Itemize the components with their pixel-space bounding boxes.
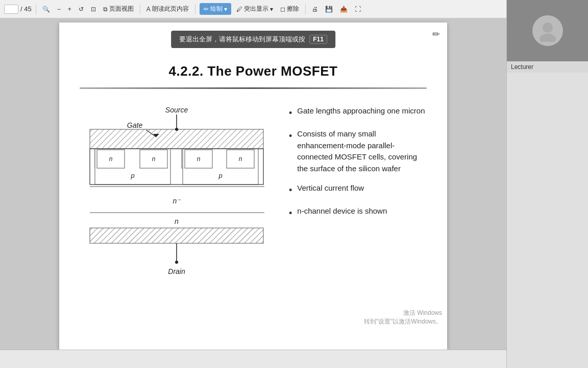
svg-rect-4 <box>90 129 263 149</box>
svg-text:n: n <box>197 155 201 163</box>
save-button[interactable]: 💾 <box>323 5 335 14</box>
bullet-text-4: n-channel device is shown <box>297 205 387 217</box>
draw-tool-button[interactable]: ✏ 绘制 ▾ <box>200 3 231 15</box>
rotate-button[interactable]: ↺ <box>77 5 86 14</box>
copy-page-icon: ⧉ <box>103 6 108 13</box>
highlight-tool-button[interactable]: 🖊 突出显示 ▾ <box>234 4 275 14</box>
source-label: Source <box>165 106 188 114</box>
bullet-dot-3: • <box>289 183 292 197</box>
lecturer-avatar <box>532 15 563 46</box>
erase-label: 擦除 <box>287 5 299 13</box>
text-tool-label: 朗读此页内容 <box>152 5 189 13</box>
slide-body: Source Gate n n <box>80 101 427 285</box>
bullet-text-1: Gate lengths approaching one micron <box>297 105 425 117</box>
zoom-icon[interactable]: 🔍 <box>40 5 52 14</box>
right-panel: Lecturer <box>506 0 588 368</box>
highlight-dropdown-icon: ▾ <box>270 6 273 13</box>
text-tool-icon: A <box>146 6 151 13</box>
bullet-item-3: • Vertical current flow <box>289 182 427 197</box>
sep1 <box>36 4 36 14</box>
page-total: / 45 <box>20 5 32 13</box>
mosfet-diagram: Source Gate n n <box>80 101 274 285</box>
page-number-input[interactable] <box>4 5 18 14</box>
draw-dropdown-icon: ▾ <box>224 6 227 13</box>
print-button[interactable]: 🖨 <box>310 5 320 14</box>
bullet-text-3: Vertical current flow <box>297 182 364 194</box>
sep4 <box>305 4 306 14</box>
text-tool-button[interactable]: A 朗读此页内容 <box>144 4 191 14</box>
bullet-text-2: Consists of many small enhancement-mode … <box>297 128 427 174</box>
windows-notice: 激活 Windows 转到"设置"以激活Windows。 <box>364 309 442 326</box>
windows-notice-line2: 转到"设置"以激活Windows。 <box>364 317 442 326</box>
highlight-label: 突出显示 <box>244 5 268 13</box>
bullet-item-4: • n-channel device is shown <box>289 205 427 220</box>
svg-point-36 <box>543 22 553 33</box>
fullscreen-notice-text: 要退出全屏，请将鼠标移动到屏幕顶端或按 <box>179 35 305 44</box>
zoom-out-button[interactable]: − <box>55 5 63 14</box>
copy-page-label: 页面视图 <box>109 5 134 13</box>
lecturer-video <box>507 0 588 61</box>
svg-point-32 <box>175 261 178 264</box>
svg-rect-30 <box>90 228 263 243</box>
bullet-item-2: • Consists of many small enhancement-mod… <box>289 128 427 174</box>
draw-icon: ✏ <box>204 6 209 13</box>
page-indicator: / 45 <box>4 5 32 14</box>
svg-point-37 <box>540 34 556 42</box>
windows-notice-line1: 激活 Windows <box>364 309 442 317</box>
sep2 <box>140 4 140 14</box>
slide-divider <box>80 87 427 89</box>
slide-title: 4.2.2. The Power MOSFET <box>80 63 427 79</box>
svg-text:n: n <box>175 217 179 225</box>
bullet-item-1: • Gate lengths approaching one micron <box>289 105 427 120</box>
toolbar: / 45 🔍 − + ↺ ⊡ ⧉ 页面视图 A 朗读此页内容 ✏ 绘制 ▾ 🖊 … <box>0 0 506 18</box>
avatar-icon <box>536 19 559 42</box>
fullscreen-button[interactable]: ⛶ <box>353 5 363 14</box>
f11-badge: F11 <box>309 35 327 44</box>
bottom-bar <box>0 350 506 368</box>
erase-tool-button[interactable]: ◻ 擦除 <box>278 4 301 14</box>
lecturer-label: Lecturer <box>507 61 588 73</box>
svg-text:n: n <box>109 155 113 163</box>
fit-button[interactable]: ⊡ <box>89 5 98 14</box>
edit-icon[interactable]: ✏ <box>432 29 440 40</box>
bullet-dot-4: • <box>289 206 292 220</box>
svg-point-34 <box>175 128 178 131</box>
bullet-dot-1: • <box>289 106 292 120</box>
svg-text:n: n <box>239 155 242 163</box>
copy-page-button[interactable]: ⧉ 页面视图 <box>101 4 136 14</box>
mosfet-svg: Source Gate n n <box>80 101 274 285</box>
slide: 要退出全屏，请将鼠标移动到屏幕顶端或按 F11 ✏ 4.2.2. The Pow… <box>59 22 447 350</box>
zoom-in-button[interactable]: + <box>66 5 74 14</box>
svg-text:n: n <box>152 155 156 163</box>
svg-text:n⁻: n⁻ <box>173 197 182 205</box>
gate-label: Gate <box>127 121 143 129</box>
svg-text:p: p <box>130 172 134 179</box>
bullet-dot-2: • <box>289 129 292 143</box>
fullscreen-notice: 要退出全屏，请将鼠标移动到屏幕顶端或按 F11 <box>171 31 335 48</box>
sep3 <box>195 4 195 14</box>
draw-label: 绘制 <box>210 5 223 13</box>
svg-text:p: p <box>218 172 222 179</box>
erase-icon: ◻ <box>280 6 285 13</box>
bullets-section: • Gate lengths approaching one micron • … <box>289 101 427 228</box>
slide-wrapper: 要退出全屏，请将鼠标移动到屏幕顶端或按 F11 ✏ 4.2.2. The Pow… <box>0 18 506 350</box>
svg-text:Drain: Drain <box>168 267 185 275</box>
share-button[interactable]: 📤 <box>338 5 350 14</box>
highlight-icon: 🖊 <box>236 6 242 13</box>
